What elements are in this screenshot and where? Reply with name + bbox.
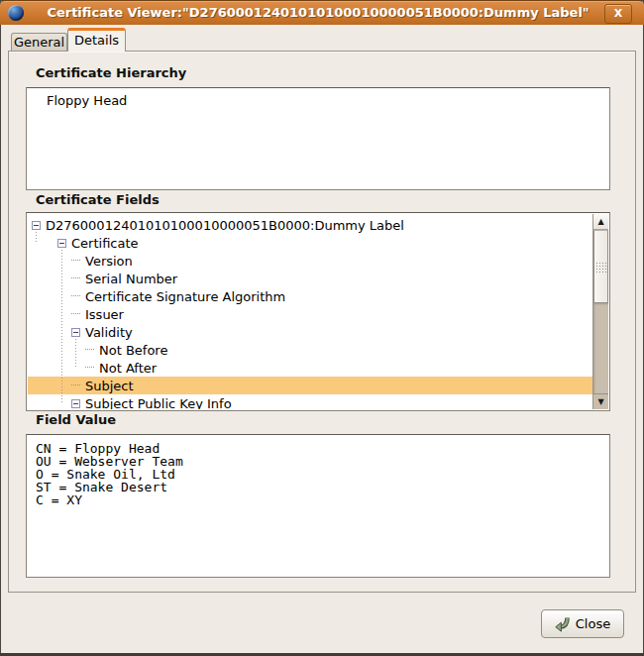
tree-row-label: Certificate Signature Algorithm: [85, 289, 285, 304]
hierarchy-item[interactable]: Floppy Head: [27, 88, 609, 108]
tree-connector: [71, 260, 80, 262]
tab-details[interactable]: Details: [67, 28, 126, 52]
scrollbar-down-icon[interactable]: ▼: [593, 393, 608, 409]
tree-row-label: Not After: [99, 361, 157, 376]
close-arrow-icon: [555, 616, 571, 632]
tree-row[interactable]: Certificate: [28, 234, 592, 252]
window-title: Certificate Viewer:"D2760001240101010001…: [40, 1, 596, 25]
up-arrow-icon: ▲: [597, 217, 603, 226]
globe-icon: [8, 5, 24, 21]
tree-row[interactable]: Validity: [28, 323, 592, 341]
field-value-label: Field Value: [36, 412, 116, 427]
tree-row-label: Not Before: [99, 343, 167, 358]
scrollbar-thumb[interactable]: [593, 230, 608, 303]
field-value-box[interactable]: CN = Floppy HeadOU = Webserver TeamO = S…: [26, 434, 610, 578]
window-close-button[interactable]: X: [604, 4, 632, 24]
tree-connector: [71, 295, 80, 297]
details-tab-panel: Certificate Hierarchy Floppy Head Certif…: [8, 51, 636, 593]
certificate-hierarchy-label: Certificate Hierarchy: [36, 65, 186, 80]
tab-general[interactable]: General: [11, 33, 67, 51]
tree-row[interactable]: Not Before: [28, 341, 592, 359]
collapse-expander-icon[interactable]: [71, 399, 80, 408]
tree-row-label: Validity: [85, 325, 133, 340]
tree-row[interactable]: Version: [28, 252, 592, 270]
tree-row[interactable]: Not After: [28, 359, 592, 377]
tree-connector: [71, 384, 80, 386]
tree-row[interactable]: Serial Number: [28, 270, 592, 287]
tree-row-label: Subject: [85, 379, 134, 393]
tree-row[interactable]: Subject Public Key Info: [28, 394, 592, 409]
tree-row-label: Certificate: [71, 236, 139, 251]
tree-connector: [71, 277, 80, 279]
field-value-line: C = XY: [36, 493, 609, 506]
tree-connector: [71, 313, 80, 315]
tree-row-label: Subject Public Key Info: [85, 396, 232, 410]
close-button-label: Close: [576, 616, 610, 631]
scrollbar-trough[interactable]: [593, 303, 608, 394]
close-button[interactable]: Close: [541, 609, 624, 638]
tree-row[interactable]: Issuer: [28, 305, 592, 323]
titlebar[interactable]: Certificate Viewer:"D2760001240101010001…: [0, 0, 644, 25]
close-icon: X: [614, 7, 622, 20]
tree-row-label: Issuer: [85, 307, 124, 322]
certificate-hierarchy-box[interactable]: Floppy Head: [26, 87, 610, 190]
tree-row-label: Serial Number: [85, 272, 177, 286]
tree-connector: [85, 367, 94, 369]
tree-row[interactable]: D27600012401010100010000051B0000:Dummy L…: [28, 216, 592, 234]
certificate-viewer-window: Certificate Viewer:"D2760001240101010001…: [0, 0, 644, 656]
tree-row-label: D27600012401010100010000051B0000:Dummy L…: [46, 218, 404, 233]
tab-label: General: [14, 34, 64, 51]
collapse-expander-icon[interactable]: [32, 221, 41, 230]
certificate-fields-tree[interactable]: D27600012401010100010000051B0000:Dummy L…: [26, 212, 610, 411]
collapse-expander-icon[interactable]: [57, 239, 66, 248]
field-value-line: ST = Snake Desert: [36, 481, 609, 493]
tree-scrollbar[interactable]: ▲ ▼: [592, 214, 608, 409]
tree-connector: [85, 349, 94, 351]
collapse-expander-icon[interactable]: [71, 328, 80, 337]
tab-label: Details: [74, 31, 119, 51]
scrollbar-up-icon[interactable]: ▲: [593, 214, 608, 230]
scrollbar-grip-icon: [595, 262, 606, 273]
tree-row-label: Version: [85, 254, 133, 269]
down-arrow-icon: ▼: [597, 397, 603, 406]
tree-row[interactable]: Subject: [28, 377, 592, 394]
tree-row[interactable]: Certificate Signature Algorithm: [28, 287, 592, 305]
certificate-fields-label: Certificate Fields: [36, 192, 160, 207]
